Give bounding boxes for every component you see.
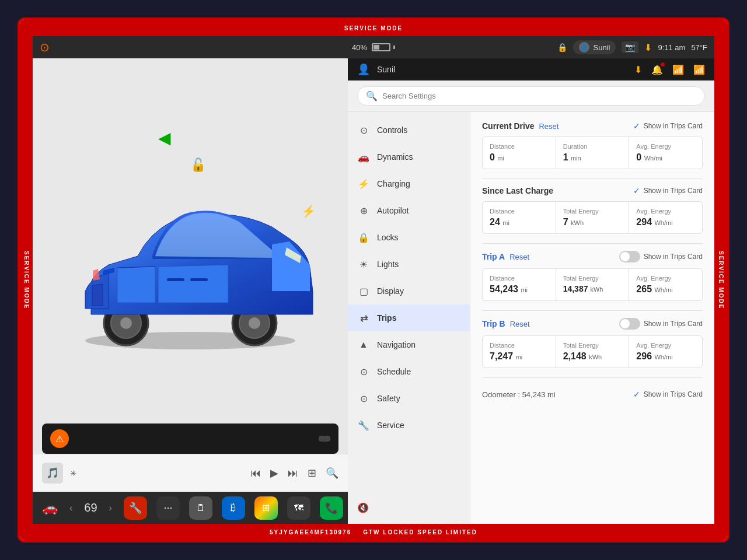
settings-content: ⊙ Controls 🚗 Dynamics ⚡ Charging ⊕ xyxy=(348,112,714,524)
locks-icon: 🔒 xyxy=(357,231,370,244)
status-bar-left: ⊙ xyxy=(40,40,345,54)
next-chevron[interactable]: › xyxy=(109,503,112,513)
service-banner-right: SERVICE MODE xyxy=(714,36,727,524)
download-icon: ⬇ xyxy=(644,42,652,53)
wifi-icon[interactable]: 📶 xyxy=(672,64,684,75)
service-gtw-text: GTW LOCKED SPEED LIMITED xyxy=(363,529,477,536)
maps-icon[interactable]: 🗺 xyxy=(287,496,310,520)
odometer-row: Odometer : 54,243 mi ✓ Show in Trips Car… xyxy=(482,385,703,404)
current-drive-reset-button[interactable]: Reset xyxy=(539,122,558,131)
svg-point-6 xyxy=(249,317,260,329)
trip-a-avg-energy-value: 265 Wh/mi xyxy=(636,284,695,295)
signal-bars-icon[interactable]: 📶 xyxy=(693,64,705,75)
search-media-button[interactable]: 🔍 xyxy=(326,467,338,480)
files-app-icon[interactable]: 🗒 xyxy=(189,496,212,520)
search-settings-input[interactable] xyxy=(382,92,696,100)
service-mode-label-right: SERVICE MODE xyxy=(718,251,724,310)
since-last-charge-title: Since Last Charge xyxy=(482,186,553,195)
divider-1 xyxy=(482,178,703,179)
trip-b-reset-button[interactable]: Reset xyxy=(510,320,530,328)
camera-chip[interactable]: 📷 xyxy=(622,41,638,53)
locks-label: Locks xyxy=(377,233,399,242)
trip-b-avg-energy-cell: Avg. Energy 296 Wh/mi xyxy=(629,336,702,368)
lights-label: Lights xyxy=(377,260,399,269)
current-drive-header: Current Drive Reset ✓ Show in Trips Card xyxy=(482,121,703,131)
trip-a-energy-value: 14,387 kWh xyxy=(563,284,622,293)
trips-detail-panel: Current Drive Reset ✓ Show in Trips Card xyxy=(470,112,714,524)
phone-icon[interactable]: 📞 xyxy=(320,496,343,520)
media-bar: 🎵 ✳ ⏮ ▶ ⏭ ⊞ 🔍 xyxy=(33,454,348,492)
more-apps-icon[interactable]: ··· xyxy=(156,496,180,520)
bluetooth-icon[interactable]: ₿ xyxy=(222,496,245,520)
current-drive-show-trips-text: Show in Trips Card xyxy=(644,122,703,130)
equalizer-icon[interactable]: ⊞ xyxy=(308,467,316,480)
slc-distance-label: Distance xyxy=(490,208,549,215)
main-content-area: ⊙ 40% 🔒 👤 Sunil xyxy=(33,36,714,524)
learn-more-button[interactable] xyxy=(319,436,330,442)
mute-icon[interactable]: 🔇 xyxy=(357,502,369,513)
trip-a-reset-button[interactable]: Reset xyxy=(509,253,529,261)
service-banner-bottom: 5YJYGAEE4MF130976 GTW LOCKED SPEED LIMIT… xyxy=(20,524,727,540)
display-icon: ▢ xyxy=(357,285,370,298)
navigation-icon: ▲ xyxy=(357,338,370,351)
media-choose-source[interactable]: ✳ xyxy=(70,469,80,478)
trip-b-show-trips: Show in Trips Card xyxy=(619,318,703,330)
trip-b-toggle[interactable] xyxy=(619,318,640,330)
menu-item-trips[interactable]: ⇄ Trips xyxy=(348,304,470,331)
trip-b-distance-label: Distance xyxy=(490,342,549,349)
trip-a-energy-label: Total Energy xyxy=(563,275,622,282)
menu-item-dynamics[interactable]: 🚗 Dynamics xyxy=(348,144,470,170)
menu-item-schedule[interactable]: ⊙ Schedule xyxy=(348,358,470,385)
battery-bar xyxy=(372,43,390,51)
current-drive-title: Current Drive xyxy=(482,121,534,131)
prev-track-button[interactable]: ⏮ xyxy=(250,467,261,480)
search-bar: 🔍 xyxy=(348,80,714,112)
current-drive-distance-value: 0 mi xyxy=(490,152,549,163)
menu-item-service[interactable]: 🔧 Service xyxy=(348,412,470,439)
safety-label: Safety xyxy=(377,394,400,403)
status-bar-right: 🔒 👤 Sunil 📷 ⬇ 9:11 am 57°F xyxy=(402,40,707,54)
search-input-container[interactable]: 🔍 xyxy=(357,86,705,106)
trip-a-toggle[interactable] xyxy=(619,251,640,262)
menu-item-safety[interactable]: ⊙ Safety xyxy=(348,385,470,412)
car-home-icon[interactable]: 🚗 xyxy=(42,501,58,516)
trip-b-energy-cell: Total Energy 2,148 kWh xyxy=(556,336,629,368)
play-pause-button[interactable]: ▶ xyxy=(270,467,278,480)
right-panel: 👤 Sunil ⬇ 🔔 📶 📶 🔍 xyxy=(348,58,714,524)
menu-item-navigation[interactable]: ▲ Navigation xyxy=(348,331,470,358)
bell-icon[interactable]: 🔔 xyxy=(651,64,663,75)
apps-icon[interactable]: ⊞ xyxy=(254,496,278,520)
service-tool-app[interactable]: 🔧 xyxy=(124,496,147,520)
menu-item-controls[interactable]: ⊙ Controls xyxy=(348,117,470,144)
current-drive-energy-cell: Avg. Energy 0 Wh/mi xyxy=(629,137,702,169)
current-drive-duration-cell: Duration 1 min xyxy=(556,137,629,169)
trip-a-distance-cell: Distance 54,243 mi xyxy=(483,269,556,300)
current-drive-section: Current Drive Reset ✓ Show in Trips Card xyxy=(482,121,703,169)
menu-item-display[interactable]: ▢ Display xyxy=(348,278,470,304)
service-mode-label-top: SERVICE MODE xyxy=(344,25,403,32)
trip-a-avg-energy-label: Avg. Energy xyxy=(636,275,695,282)
current-drive-distance-label: Distance xyxy=(490,143,549,150)
trip-b-avg-energy-value: 296 Wh/mi xyxy=(636,351,695,362)
download-bar-icon[interactable]: ⬇ xyxy=(634,64,642,75)
menu-item-lights[interactable]: ☀ Lights xyxy=(348,251,470,278)
menu-item-autopilot[interactable]: ⊕ Autopilot xyxy=(348,197,470,224)
car-image-container xyxy=(50,117,330,407)
user-chip[interactable]: 👤 Sunil xyxy=(573,40,616,54)
next-track-button[interactable]: ⏭ xyxy=(288,467,298,480)
svg-rect-8 xyxy=(167,278,184,281)
current-drive-stats-grid: Distance 0 mi Duration 1 min Avg. Energy… xyxy=(482,136,703,169)
menu-item-locks[interactable]: 🔒 Locks xyxy=(348,224,470,251)
trip-b-avg-energy-label: Avg. Energy xyxy=(636,342,695,349)
current-drive-duration-label: Duration xyxy=(563,143,622,150)
prev-chevron[interactable]: ‹ xyxy=(69,503,72,513)
trip-a-distance-value: 54,243 mi xyxy=(490,284,549,295)
slc-check-icon: ✓ xyxy=(633,186,640,195)
user-bar-icons: ⬇ 🔔 📶 📶 xyxy=(634,64,705,75)
trips-icon: ⇄ xyxy=(357,312,370,324)
camera-icon: 📷 xyxy=(625,43,635,52)
trip-a-stats-grid: Distance 54,243 mi Total Energy 14,387 k… xyxy=(482,268,703,301)
bottom-bar: 🚗 ‹ 69 › 🔧 ··· 🗒 ₿ ⊞ 🗺 📞 🔇 xyxy=(33,492,348,524)
slc-energy-cell: Total Energy 7 kWh xyxy=(556,202,629,233)
menu-item-charging[interactable]: ⚡ Charging xyxy=(348,170,470,197)
